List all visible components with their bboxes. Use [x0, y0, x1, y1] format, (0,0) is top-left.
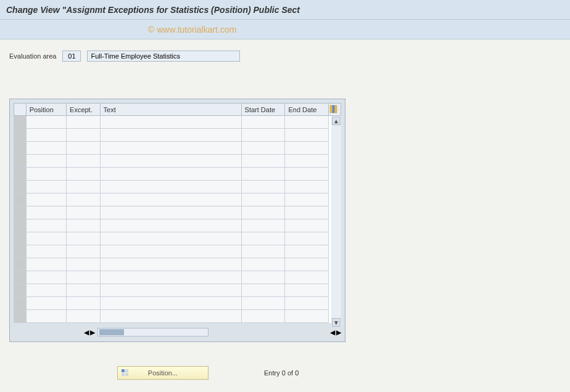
- cell[interactable]: [26, 271, 66, 284]
- cell[interactable]: [100, 129, 241, 142]
- cell[interactable]: [26, 206, 66, 219]
- cell[interactable]: [285, 116, 329, 129]
- cell[interactable]: [26, 142, 66, 155]
- hscroll-left-outer-icon[interactable]: ◀: [84, 329, 89, 337]
- cell[interactable]: [100, 219, 241, 232]
- cell[interactable]: [241, 284, 285, 297]
- row-selector[interactable]: [14, 194, 27, 206]
- table-configure-button[interactable]: [329, 104, 341, 116]
- cell[interactable]: [100, 258, 241, 271]
- cell[interactable]: [100, 310, 241, 323]
- cell[interactable]: [285, 310, 329, 323]
- cell[interactable]: [285, 245, 329, 258]
- cell[interactable]: [100, 155, 241, 168]
- cell[interactable]: [100, 142, 241, 155]
- cell[interactable]: [67, 284, 101, 297]
- row-selector[interactable]: [14, 271, 27, 284]
- col-start-date[interactable]: Start Date: [241, 104, 285, 116]
- col-except[interactable]: Except.: [67, 104, 101, 116]
- cell[interactable]: [241, 206, 285, 219]
- cell[interactable]: [285, 194, 329, 206]
- cell[interactable]: [67, 142, 101, 155]
- cell[interactable]: [285, 232, 329, 245]
- hscroll-thumb[interactable]: [99, 329, 124, 335]
- cell[interactable]: [241, 168, 285, 181]
- cell[interactable]: [26, 116, 66, 129]
- cell[interactable]: [26, 310, 66, 323]
- row-selector[interactable]: [14, 284, 27, 297]
- row-selector[interactable]: [14, 142, 27, 155]
- cell[interactable]: [100, 271, 241, 284]
- cell[interactable]: [285, 284, 329, 297]
- hscroll-left-inner-icon[interactable]: ▶: [90, 329, 95, 337]
- cell[interactable]: [26, 297, 66, 310]
- row-selector[interactable]: [14, 206, 27, 219]
- row-selector[interactable]: [14, 219, 27, 232]
- row-selector[interactable]: [14, 258, 27, 271]
- cell[interactable]: [241, 194, 285, 206]
- cell[interactable]: [67, 206, 101, 219]
- cell[interactable]: [241, 310, 285, 323]
- scroll-down-icon[interactable]: ▼: [332, 318, 341, 327]
- cell[interactable]: [285, 258, 329, 271]
- cell[interactable]: [241, 271, 285, 284]
- cell[interactable]: [67, 219, 101, 232]
- cell[interactable]: [26, 258, 66, 271]
- evaluation-area-code-field[interactable]: 01: [62, 51, 81, 62]
- row-selector[interactable]: [14, 181, 27, 194]
- cell[interactable]: [100, 284, 241, 297]
- hscroll-track[interactable]: [97, 328, 209, 337]
- row-selector[interactable]: [14, 155, 27, 168]
- cell[interactable]: [285, 271, 329, 284]
- cell[interactable]: [285, 206, 329, 219]
- cell[interactable]: [67, 194, 101, 206]
- cell[interactable]: [67, 232, 101, 245]
- cell[interactable]: [285, 142, 329, 155]
- cell[interactable]: [26, 181, 66, 194]
- cell[interactable]: [100, 297, 241, 310]
- cell[interactable]: [285, 219, 329, 232]
- cell[interactable]: [285, 297, 329, 310]
- cell[interactable]: [241, 142, 285, 155]
- cell[interactable]: [100, 181, 241, 194]
- cell[interactable]: [241, 258, 285, 271]
- cell[interactable]: [100, 206, 241, 219]
- cell[interactable]: [241, 232, 285, 245]
- cell[interactable]: [26, 284, 66, 297]
- cell[interactable]: [241, 245, 285, 258]
- row-selector[interactable]: [14, 116, 27, 129]
- cell[interactable]: [26, 194, 66, 206]
- row-selector[interactable]: [14, 297, 27, 310]
- cell[interactable]: [100, 245, 241, 258]
- cell[interactable]: [100, 232, 241, 245]
- cell[interactable]: [241, 155, 285, 168]
- cell[interactable]: [285, 181, 329, 194]
- cell[interactable]: [100, 116, 241, 129]
- row-selector[interactable]: [14, 232, 27, 245]
- cell[interactable]: [67, 271, 101, 284]
- cell[interactable]: [67, 310, 101, 323]
- position-button[interactable]: Position...: [117, 366, 209, 380]
- cell[interactable]: [67, 245, 101, 258]
- cell[interactable]: [241, 116, 285, 129]
- row-selector[interactable]: [14, 129, 27, 142]
- cell[interactable]: [285, 168, 329, 181]
- row-selector[interactable]: [14, 168, 27, 181]
- cell[interactable]: [67, 116, 101, 129]
- col-position[interactable]: Position: [26, 104, 66, 116]
- cell[interactable]: [26, 129, 66, 142]
- scroll-up-icon[interactable]: ▲: [332, 116, 341, 125]
- cell[interactable]: [241, 129, 285, 142]
- cell[interactable]: [100, 194, 241, 206]
- cell[interactable]: [67, 258, 101, 271]
- hscroll-right-inner-icon[interactable]: ◀: [330, 329, 335, 337]
- cell[interactable]: [241, 181, 285, 194]
- cell[interactable]: [285, 155, 329, 168]
- cell[interactable]: [26, 219, 66, 232]
- cell[interactable]: [100, 168, 241, 181]
- row-selector[interactable]: [14, 310, 27, 323]
- col-end-date[interactable]: End Date: [285, 104, 329, 116]
- row-selector[interactable]: [14, 245, 27, 258]
- cell[interactable]: [26, 155, 66, 168]
- hscroll-right-outer-icon[interactable]: ▶: [336, 329, 341, 337]
